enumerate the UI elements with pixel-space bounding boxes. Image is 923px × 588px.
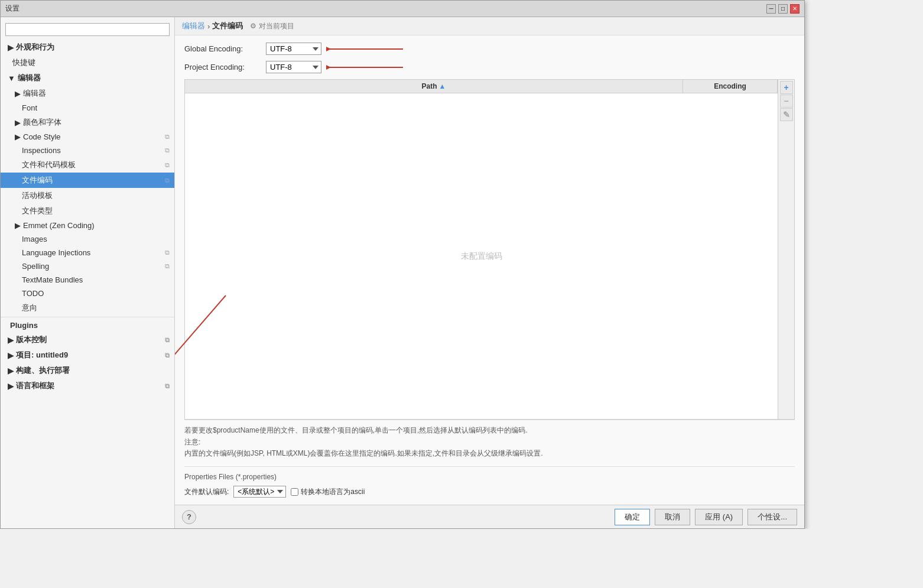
close-button[interactable]: ✕ [790, 4, 800, 14]
project-encoding-row: Project Encoding: UTF-8 GBK ISO-8859-1 [184, 61, 795, 73]
scope-icon: ⧉ [165, 161, 170, 169]
sidebar-item-emmet[interactable]: ▶ Emmet (Zen Coding) [1, 219, 174, 232]
properties-title: Properties Files (*.properties) [184, 473, 795, 481]
ascii-checkbox-label: 转换本地语言为ascii [301, 487, 365, 497]
sidebar-item-project[interactable]: ▶ 项目: untitled9 ⧉ [1, 347, 174, 363]
empty-text: 未配置编码 [461, 251, 502, 262]
sidebar-item-appearance[interactable]: ▶ 外观和行为 [1, 40, 174, 55]
sidebar-item-editor-group[interactable]: ▼ 编辑器 [1, 70, 174, 86]
sidebar-item-build[interactable]: ▶ 构建、执行部署 [1, 363, 174, 378]
description-line2: 注意: [184, 437, 795, 448]
sidebar-item-label: 语言和框架 [14, 381, 165, 391]
sidebar-item-spelling[interactable]: Spelling ⧉ [1, 259, 174, 273]
default-encoding-label: 文件默认编码: [184, 487, 229, 497]
remove-encoding-button[interactable]: − [780, 95, 793, 108]
ascii-checkbox-row: 转换本地语言为ascii [291, 487, 365, 497]
sidebar-item-label: 编辑器 [15, 73, 170, 83]
scope-icon: ⧉ [165, 249, 170, 256]
cancel-button[interactable]: 取消 [655, 509, 690, 525]
sidebar-item-color-font[interactable]: ▶ 颜色和字体 [1, 115, 174, 130]
sidebar-item-todo[interactable]: TODO [1, 287, 174, 300]
encoding-column-label: Encoding [714, 82, 746, 90]
scope-icon: ⚙ [250, 22, 256, 30]
sidebar-item-code-style[interactable]: ▶ Code Style ⧉ [1, 130, 174, 144]
project-encoding-label: Project Encoding: [184, 63, 261, 72]
project-encoding-select[interactable]: UTF-8 GBK ISO-8859-1 [266, 61, 321, 73]
sidebar: ▶ 外观和行为 快捷键 ▼ 编辑器 ▶ 编辑器 Font ▶ 颜色和字体 [1, 17, 175, 528]
scope-icon: ⧉ [165, 382, 170, 390]
global-encoding-label: Global Encoding: [184, 44, 261, 53]
sidebar-item-file-encoding[interactable]: 文件编码 ⧉ [1, 173, 174, 188]
scope-icon: ⧉ [165, 336, 170, 344]
table-body: 未配置编码 [185, 93, 778, 419]
description-area: 若要更改$productName使用的文件、目录或整个项目的编码,单击一个项目,… [184, 420, 795, 498]
search-input[interactable] [5, 23, 170, 36]
scope-icon: ⧉ [165, 177, 170, 184]
help-button[interactable]: ? [182, 510, 196, 524]
minimize-button[interactable]: ─ [766, 4, 776, 14]
expand-arrow-icon: ▶ [8, 336, 14, 345]
sidebar-item-file-types[interactable]: 文件类型 [1, 203, 174, 219]
expand-arrow-icon: ▶ [15, 89, 21, 98]
sidebar-item-label: 活动模板 [15, 190, 170, 201]
sidebar-item-label: Code Style [21, 132, 165, 141]
sidebar-item-label: 快捷键 [8, 57, 35, 68]
expand-arrow-icon: ▼ [8, 74, 15, 83]
sidebar-item-images[interactable]: Images [1, 232, 174, 246]
expand-arrow-icon: ▶ [15, 132, 21, 141]
sidebar-item-vcs[interactable]: ▶ 版本控制 ⧉ [1, 332, 174, 347]
maximize-button[interactable]: □ [778, 4, 788, 14]
sidebar-item-font[interactable]: Font [1, 101, 174, 115]
personal-button[interactable]: 个性设... [748, 509, 797, 525]
sidebar-item-intentions[interactable]: 意向 [1, 300, 174, 316]
title-bar: 设置 ─ □ ✕ [1, 1, 804, 17]
confirm-button[interactable]: 确定 [615, 509, 650, 525]
default-encoding-select[interactable]: <系统默认> UTF-8 GBK [233, 486, 286, 498]
scope-icon: ⧉ [165, 352, 170, 359]
sidebar-item-label: 文件编码 [15, 175, 165, 186]
breadcrumb-parent[interactable]: 编辑器 [182, 21, 205, 31]
window-body: ▶ 外观和行为 快捷键 ▼ 编辑器 ▶ 编辑器 Font ▶ 颜色和字体 [1, 17, 804, 528]
global-encoding-row: Global Encoding: UTF-8 GBK ISO-8859-1 [184, 43, 795, 55]
sidebar-item-file-templates[interactable]: 文件和代码模板 ⧉ [1, 157, 174, 173]
settings-window: 设置 ─ □ ✕ ▶ 外观和行为 快捷键 ▼ 编辑器 ▶ 编辑器 [0, 0, 805, 529]
table-header: Path ▲ Encoding [185, 80, 778, 93]
sidebar-item-label: 文件类型 [15, 206, 170, 216]
edit-encoding-button[interactable]: ✎ [780, 108, 793, 121]
expand-arrow-icon: ▶ [15, 118, 21, 127]
sidebar-item-keymap[interactable]: 快捷键 [1, 55, 174, 70]
global-encoding-arrow [326, 44, 409, 54]
description-line3: 内置的文件编码(例如JSP, HTML或XML)会覆盖你在这里指定的编码.如果未… [184, 448, 795, 459]
apply-button[interactable]: 应用 (A) [695, 509, 743, 525]
column-encoding: Encoding [683, 80, 778, 93]
sidebar-item-lang-framework[interactable]: ▶ 语言和框架 ⧉ [1, 378, 174, 394]
sidebar-item-label: Plugins [8, 321, 170, 330]
sidebar-item-lang-injections[interactable]: Language Injections ⧉ [1, 246, 174, 259]
breadcrumb-separator: › [207, 22, 210, 31]
scope-icon: ⧉ [165, 262, 170, 270]
sidebar-item-inspections[interactable]: Inspections ⧉ [1, 144, 174, 157]
ascii-checkbox[interactable] [291, 488, 298, 496]
sidebar-item-plugins[interactable]: Plugins [1, 319, 174, 332]
sidebar-item-label: 颜色和字体 [21, 117, 170, 128]
sidebar-item-label: 文件和代码模板 [15, 160, 165, 170]
sidebar-item-live-templates[interactable]: 活动模板 [1, 188, 174, 203]
expand-arrow-icon: ▶ [15, 221, 21, 230]
sidebar-item-label: Language Injections [15, 248, 165, 257]
expand-arrow-icon: ▶ [8, 43, 14, 52]
scope-icon: ⧉ [165, 133, 170, 141]
add-encoding-button[interactable]: + [780, 81, 793, 94]
properties-section: Properties Files (*.properties) 文件默认编码: … [184, 466, 795, 498]
sidebar-item-editor-sub[interactable]: ▶ 编辑器 [1, 86, 174, 101]
global-encoding-select[interactable]: UTF-8 GBK ISO-8859-1 [266, 43, 321, 55]
scope-text: 对当前项目 [259, 22, 294, 30]
sidebar-item-label: 意向 [15, 303, 170, 313]
properties-row: 文件默认编码: <系统默认> UTF-8 GBK 转换本地语言为ascii [184, 486, 795, 498]
sidebar-item-textmate[interactable]: TextMate Bundles [1, 273, 174, 287]
column-path: Path ▲ [185, 80, 683, 93]
sidebar-item-label: TextMate Bundles [15, 275, 170, 284]
encoding-table: Path ▲ Encoding 未配置编码 + − [184, 79, 795, 420]
description-line1: 若要更改$productName使用的文件、目录或整个项目的编码,单击一个项目,… [184, 425, 795, 436]
path-column-label: Path [422, 82, 437, 90]
project-encoding-arrow [326, 63, 409, 72]
